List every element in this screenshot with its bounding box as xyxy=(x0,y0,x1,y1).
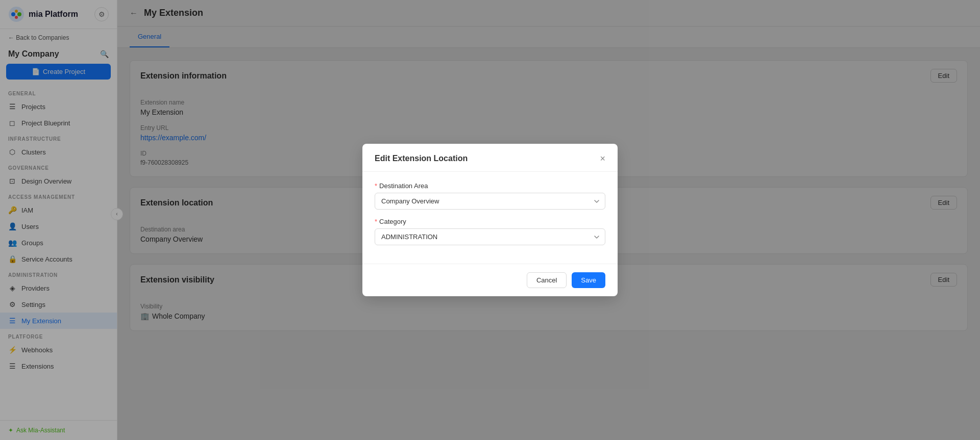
destination-area-select[interactable]: Company OverviewProject OverviewDashboar… xyxy=(375,193,605,210)
modal-title: Edit Extension Location xyxy=(375,154,468,163)
modal-header: Edit Extension Location × xyxy=(362,144,618,172)
required-star-category: * xyxy=(375,218,377,225)
modal-overlay: Edit Extension Location × * Destination … xyxy=(117,0,980,440)
category-label: * Category xyxy=(375,218,605,225)
category-select[interactable]: ADMINISTRATIONGOVERNANCEINFRASTRUCTURE xyxy=(375,228,605,245)
destination-area-label: * Destination Area xyxy=(375,182,605,190)
save-button[interactable]: Save xyxy=(572,272,605,288)
edit-extension-location-modal: Edit Extension Location × * Destination … xyxy=(362,144,618,296)
required-star-destination: * xyxy=(375,182,377,190)
modal-close-icon[interactable]: × xyxy=(600,154,605,163)
modal-footer: Cancel Save xyxy=(362,264,618,296)
modal-body: * Destination Area Company OverviewProje… xyxy=(362,172,618,264)
cancel-button[interactable]: Cancel xyxy=(527,272,567,288)
main-content: ← My Extension General Extension informa… xyxy=(117,0,980,440)
